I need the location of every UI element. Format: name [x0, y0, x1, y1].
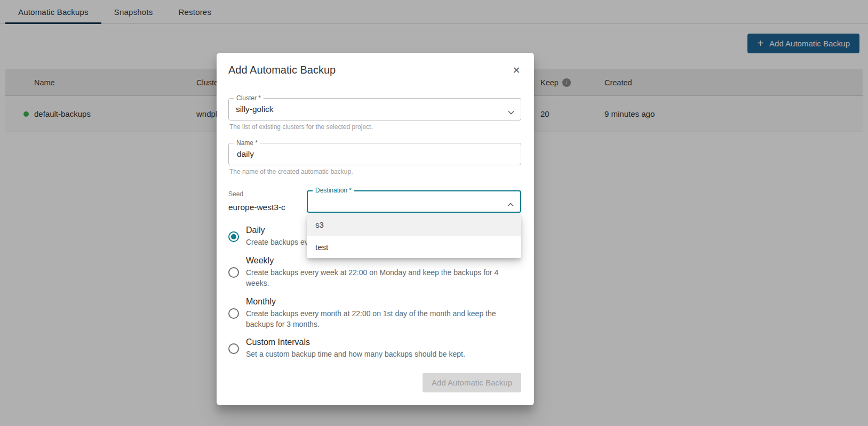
radio-icon-weekly[interactable] — [228, 267, 239, 278]
name-input[interactable] — [236, 149, 499, 159]
radio-content: Monthly Create backups every month at 22… — [246, 297, 515, 330]
menu-option-test[interactable]: test — [307, 236, 521, 258]
destination-options-menu: s3 test — [307, 213, 521, 258]
destination-select[interactable]: Destination * s3 test — [307, 190, 521, 213]
cluster-helper-text: The list of existing clusters for the se… — [229, 123, 521, 131]
radio-option-weekly[interactable]: Weekly Create backups every week at 22:0… — [228, 256, 521, 289]
name-field-label: Name * — [234, 139, 260, 147]
radio-desc-monthly: Create backups every month at 22:00 on 1… — [246, 309, 515, 330]
menu-option-s3[interactable]: s3 — [307, 213, 521, 236]
dialog-actions: Add Automatic Backup — [228, 373, 521, 392]
cluster-select[interactable]: Cluster * silly-golick — [228, 98, 521, 120]
radio-option-monthly[interactable]: Monthly Create backups every month at 22… — [228, 297, 521, 330]
radio-content: Weekly Create backups every week at 22:0… — [246, 256, 515, 289]
add-automatic-backup-dialog: Add Automatic Backup ✕ Cluster * silly-g… — [217, 53, 534, 405]
radio-desc-weekly: Create backups every week at 22:00 on Mo… — [246, 268, 515, 289]
radio-icon-monthly[interactable] — [228, 308, 239, 319]
seed-label: Seed — [228, 190, 307, 198]
radio-icon-daily[interactable] — [228, 231, 239, 242]
chevron-up-icon — [507, 199, 514, 209]
cluster-select-label: Cluster * — [234, 94, 264, 102]
destination-select-label: Destination * — [313, 187, 354, 194]
name-helper-text: The name of the created automatic backup… — [229, 168, 521, 175]
radio-desc-custom-intervals: Set a custom backup time and how many ba… — [246, 349, 465, 360]
radio-label-monthly: Monthly — [246, 297, 515, 307]
radio-option-custom-intervals[interactable]: Custom Intervals Set a custom backup tim… — [228, 337, 521, 360]
seed-value: europe-west3-c — [228, 203, 307, 212]
dialog-title: Add Automatic Backup — [228, 64, 336, 76]
seed-destination-row: Seed europe-west3-c Destination * s3 tes… — [228, 190, 521, 213]
seed-block: Seed europe-west3-c — [228, 190, 307, 212]
radio-label-custom-intervals: Custom Intervals — [246, 337, 465, 347]
close-icon[interactable]: ✕ — [508, 62, 524, 78]
submit-add-automatic-backup-button[interactable]: Add Automatic Backup — [423, 373, 521, 392]
name-field-wrapper: Name * — [228, 143, 521, 165]
chevron-down-icon — [508, 107, 514, 117]
radio-icon-custom-intervals[interactable] — [228, 343, 239, 354]
dialog-header: Add Automatic Backup ✕ — [228, 64, 521, 78]
radio-content: Custom Intervals Set a custom backup tim… — [246, 337, 465, 360]
cluster-select-value: silly-golick — [236, 105, 274, 114]
